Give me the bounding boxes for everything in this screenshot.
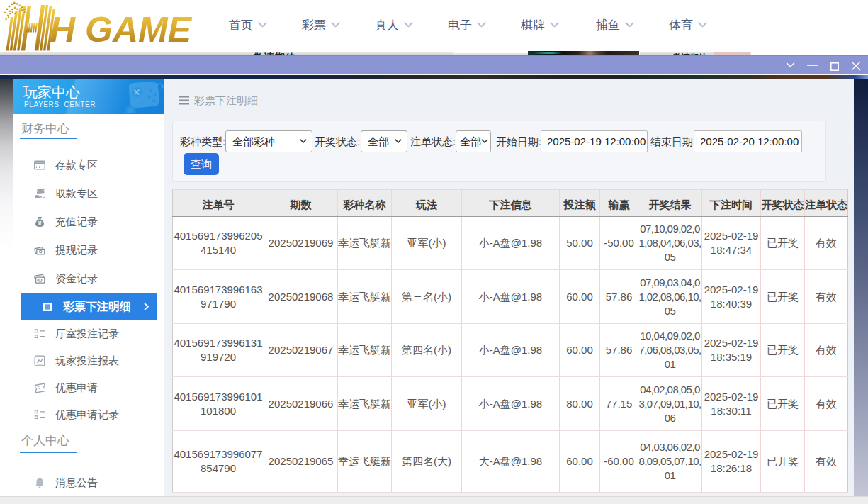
svg-text:¥: ¥: [38, 220, 42, 227]
svg-text:H GAME: H GAME: [50, 10, 193, 50]
